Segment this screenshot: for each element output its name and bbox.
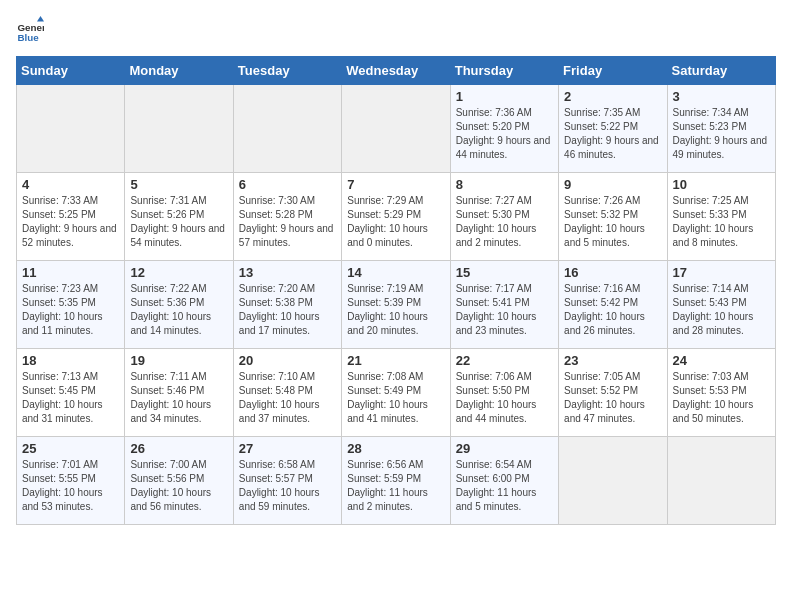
day-number: 16 xyxy=(564,265,661,280)
calendar-cell: 4 Sunrise: 7:33 AMSunset: 5:25 PMDayligh… xyxy=(17,173,125,261)
day-number: 26 xyxy=(130,441,227,456)
calendar-cell: 2 Sunrise: 7:35 AMSunset: 5:22 PMDayligh… xyxy=(559,85,667,173)
calendar-cell: 17 Sunrise: 7:14 AMSunset: 5:43 PMDaylig… xyxy=(667,261,775,349)
day-number: 2 xyxy=(564,89,661,104)
calendar-cell: 29 Sunrise: 6:54 AMSunset: 6:00 PMDaylig… xyxy=(450,437,558,525)
calendar-cell xyxy=(233,85,341,173)
calendar-cell: 22 Sunrise: 7:06 AMSunset: 5:50 PMDaylig… xyxy=(450,349,558,437)
day-number: 12 xyxy=(130,265,227,280)
day-number: 24 xyxy=(673,353,770,368)
calendar-cell: 13 Sunrise: 7:20 AMSunset: 5:38 PMDaylig… xyxy=(233,261,341,349)
day-number: 9 xyxy=(564,177,661,192)
calendar-cell: 3 Sunrise: 7:34 AMSunset: 5:23 PMDayligh… xyxy=(667,85,775,173)
day-number: 21 xyxy=(347,353,444,368)
calendar-cell xyxy=(667,437,775,525)
calendar-cell: 15 Sunrise: 7:17 AMSunset: 5:41 PMDaylig… xyxy=(450,261,558,349)
day-number: 18 xyxy=(22,353,119,368)
svg-text:Blue: Blue xyxy=(17,32,39,43)
calendar-cell: 27 Sunrise: 6:58 AMSunset: 5:57 PMDaylig… xyxy=(233,437,341,525)
day-number: 14 xyxy=(347,265,444,280)
day-detail: Sunrise: 7:34 AMSunset: 5:23 PMDaylight:… xyxy=(673,107,768,160)
day-detail: Sunrise: 7:20 AMSunset: 5:38 PMDaylight:… xyxy=(239,283,320,336)
weekday-header-friday: Friday xyxy=(559,57,667,85)
calendar-cell: 8 Sunrise: 7:27 AMSunset: 5:30 PMDayligh… xyxy=(450,173,558,261)
calendar-cell: 28 Sunrise: 6:56 AMSunset: 5:59 PMDaylig… xyxy=(342,437,450,525)
day-number: 6 xyxy=(239,177,336,192)
day-detail: Sunrise: 7:14 AMSunset: 5:43 PMDaylight:… xyxy=(673,283,754,336)
calendar-cell: 23 Sunrise: 7:05 AMSunset: 5:52 PMDaylig… xyxy=(559,349,667,437)
logo-icon: General Blue xyxy=(16,16,44,44)
calendar-cell: 25 Sunrise: 7:01 AMSunset: 5:55 PMDaylig… xyxy=(17,437,125,525)
calendar-cell: 16 Sunrise: 7:16 AMSunset: 5:42 PMDaylig… xyxy=(559,261,667,349)
day-number: 11 xyxy=(22,265,119,280)
day-detail: Sunrise: 7:03 AMSunset: 5:53 PMDaylight:… xyxy=(673,371,754,424)
calendar-cell: 26 Sunrise: 7:00 AMSunset: 5:56 PMDaylig… xyxy=(125,437,233,525)
day-detail: Sunrise: 7:25 AMSunset: 5:33 PMDaylight:… xyxy=(673,195,754,248)
calendar-cell: 10 Sunrise: 7:25 AMSunset: 5:33 PMDaylig… xyxy=(667,173,775,261)
day-number: 25 xyxy=(22,441,119,456)
day-detail: Sunrise: 6:54 AMSunset: 6:00 PMDaylight:… xyxy=(456,459,537,512)
day-detail: Sunrise: 7:31 AMSunset: 5:26 PMDaylight:… xyxy=(130,195,225,248)
weekday-header-sunday: Sunday xyxy=(17,57,125,85)
weekday-header-thursday: Thursday xyxy=(450,57,558,85)
calendar-cell: 14 Sunrise: 7:19 AMSunset: 5:39 PMDaylig… xyxy=(342,261,450,349)
day-number: 13 xyxy=(239,265,336,280)
day-number: 5 xyxy=(130,177,227,192)
weekday-header-saturday: Saturday xyxy=(667,57,775,85)
day-number: 19 xyxy=(130,353,227,368)
day-number: 1 xyxy=(456,89,553,104)
day-detail: Sunrise: 6:56 AMSunset: 5:59 PMDaylight:… xyxy=(347,459,428,512)
weekday-header-row: SundayMondayTuesdayWednesdayThursdayFrid… xyxy=(17,57,776,85)
day-detail: Sunrise: 7:16 AMSunset: 5:42 PMDaylight:… xyxy=(564,283,645,336)
calendar-week-3: 18 Sunrise: 7:13 AMSunset: 5:45 PMDaylig… xyxy=(17,349,776,437)
day-detail: Sunrise: 7:06 AMSunset: 5:50 PMDaylight:… xyxy=(456,371,537,424)
day-detail: Sunrise: 7:35 AMSunset: 5:22 PMDaylight:… xyxy=(564,107,659,160)
day-detail: Sunrise: 7:22 AMSunset: 5:36 PMDaylight:… xyxy=(130,283,211,336)
calendar-cell: 6 Sunrise: 7:30 AMSunset: 5:28 PMDayligh… xyxy=(233,173,341,261)
day-detail: Sunrise: 7:17 AMSunset: 5:41 PMDaylight:… xyxy=(456,283,537,336)
day-detail: Sunrise: 7:11 AMSunset: 5:46 PMDaylight:… xyxy=(130,371,211,424)
day-detail: Sunrise: 7:30 AMSunset: 5:28 PMDaylight:… xyxy=(239,195,334,248)
day-number: 17 xyxy=(673,265,770,280)
day-number: 3 xyxy=(673,89,770,104)
day-number: 29 xyxy=(456,441,553,456)
day-detail: Sunrise: 7:36 AMSunset: 5:20 PMDaylight:… xyxy=(456,107,551,160)
day-detail: Sunrise: 7:29 AMSunset: 5:29 PMDaylight:… xyxy=(347,195,428,248)
page-header: General Blue xyxy=(16,16,776,44)
calendar-cell: 9 Sunrise: 7:26 AMSunset: 5:32 PMDayligh… xyxy=(559,173,667,261)
calendar-table: SundayMondayTuesdayWednesdayThursdayFrid… xyxy=(16,56,776,525)
calendar-cell: 5 Sunrise: 7:31 AMSunset: 5:26 PMDayligh… xyxy=(125,173,233,261)
day-number: 10 xyxy=(673,177,770,192)
day-detail: Sunrise: 7:00 AMSunset: 5:56 PMDaylight:… xyxy=(130,459,211,512)
day-number: 22 xyxy=(456,353,553,368)
calendar-cell: 18 Sunrise: 7:13 AMSunset: 5:45 PMDaylig… xyxy=(17,349,125,437)
calendar-cell: 24 Sunrise: 7:03 AMSunset: 5:53 PMDaylig… xyxy=(667,349,775,437)
calendar-cell: 12 Sunrise: 7:22 AMSunset: 5:36 PMDaylig… xyxy=(125,261,233,349)
day-detail: Sunrise: 7:05 AMSunset: 5:52 PMDaylight:… xyxy=(564,371,645,424)
calendar-cell: 1 Sunrise: 7:36 AMSunset: 5:20 PMDayligh… xyxy=(450,85,558,173)
day-number: 4 xyxy=(22,177,119,192)
calendar-cell: 7 Sunrise: 7:29 AMSunset: 5:29 PMDayligh… xyxy=(342,173,450,261)
day-detail: Sunrise: 7:27 AMSunset: 5:30 PMDaylight:… xyxy=(456,195,537,248)
calendar-week-4: 25 Sunrise: 7:01 AMSunset: 5:55 PMDaylig… xyxy=(17,437,776,525)
calendar-cell xyxy=(342,85,450,173)
calendar-cell: 11 Sunrise: 7:23 AMSunset: 5:35 PMDaylig… xyxy=(17,261,125,349)
day-number: 28 xyxy=(347,441,444,456)
day-number: 7 xyxy=(347,177,444,192)
svg-marker-2 xyxy=(37,16,44,22)
day-number: 15 xyxy=(456,265,553,280)
calendar-cell xyxy=(125,85,233,173)
calendar-week-0: 1 Sunrise: 7:36 AMSunset: 5:20 PMDayligh… xyxy=(17,85,776,173)
calendar-week-2: 11 Sunrise: 7:23 AMSunset: 5:35 PMDaylig… xyxy=(17,261,776,349)
day-detail: Sunrise: 7:13 AMSunset: 5:45 PMDaylight:… xyxy=(22,371,103,424)
weekday-header-tuesday: Tuesday xyxy=(233,57,341,85)
calendar-cell: 20 Sunrise: 7:10 AMSunset: 5:48 PMDaylig… xyxy=(233,349,341,437)
calendar-cell: 19 Sunrise: 7:11 AMSunset: 5:46 PMDaylig… xyxy=(125,349,233,437)
day-detail: Sunrise: 7:01 AMSunset: 5:55 PMDaylight:… xyxy=(22,459,103,512)
logo: General Blue xyxy=(16,16,48,44)
weekday-header-monday: Monday xyxy=(125,57,233,85)
calendar-cell xyxy=(17,85,125,173)
calendar-cell xyxy=(559,437,667,525)
day-detail: Sunrise: 7:19 AMSunset: 5:39 PMDaylight:… xyxy=(347,283,428,336)
day-detail: Sunrise: 7:08 AMSunset: 5:49 PMDaylight:… xyxy=(347,371,428,424)
